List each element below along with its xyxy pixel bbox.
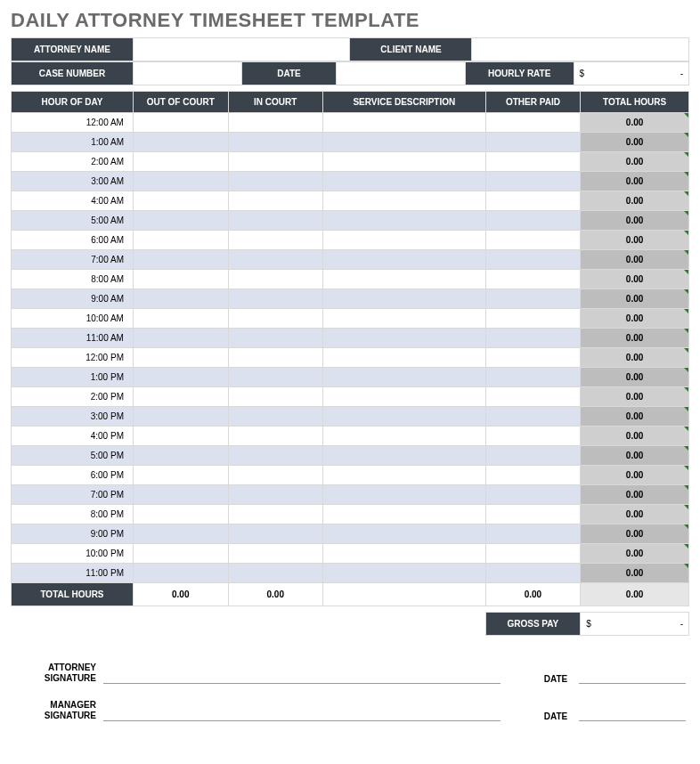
out-of-court-cell[interactable]: [133, 524, 228, 544]
service-description-cell[interactable]: [323, 211, 486, 231]
out-of-court-cell[interactable]: [133, 152, 228, 172]
out-of-court-cell[interactable]: [133, 466, 228, 485]
out-of-court-cell[interactable]: [133, 564, 228, 583]
out-of-court-cell[interactable]: [133, 172, 228, 191]
out-of-court-cell[interactable]: [133, 485, 228, 505]
other-paid-cell[interactable]: [485, 505, 581, 524]
out-of-court-cell[interactable]: [133, 427, 228, 446]
in-court-cell[interactable]: [228, 309, 323, 329]
service-description-cell[interactable]: [323, 446, 486, 466]
other-paid-cell[interactable]: [485, 191, 581, 211]
in-court-cell[interactable]: [228, 133, 323, 152]
other-paid-cell[interactable]: [485, 348, 581, 368]
service-description-cell[interactable]: [323, 250, 486, 270]
in-court-cell[interactable]: [228, 348, 323, 368]
manager-date-line[interactable]: [579, 705, 686, 721]
in-court-cell[interactable]: [228, 289, 323, 309]
service-description-cell[interactable]: [323, 152, 486, 172]
service-description-cell[interactable]: [323, 505, 486, 524]
other-paid-cell[interactable]: [485, 133, 581, 152]
service-description-cell[interactable]: [323, 113, 486, 133]
other-paid-cell[interactable]: [485, 152, 581, 172]
out-of-court-cell[interactable]: [133, 250, 228, 270]
in-court-cell[interactable]: [228, 407, 323, 427]
other-paid-cell[interactable]: [485, 309, 581, 329]
out-of-court-cell[interactable]: [133, 191, 228, 211]
in-court-cell[interactable]: [228, 505, 323, 524]
out-of-court-cell[interactable]: [133, 368, 228, 387]
service-description-cell[interactable]: [323, 485, 486, 505]
out-of-court-cell[interactable]: [133, 231, 228, 250]
out-of-court-cell[interactable]: [133, 348, 228, 368]
other-paid-cell[interactable]: [485, 231, 581, 250]
other-paid-cell[interactable]: [485, 211, 581, 231]
service-description-cell[interactable]: [323, 133, 486, 152]
service-description-cell[interactable]: [323, 524, 486, 544]
service-description-cell[interactable]: [323, 387, 486, 407]
in-court-cell[interactable]: [228, 172, 323, 191]
other-paid-cell[interactable]: [485, 407, 581, 427]
attorney-name-input[interactable]: [133, 38, 350, 61]
out-of-court-cell[interactable]: [133, 407, 228, 427]
case-number-input[interactable]: [133, 62, 241, 85]
out-of-court-cell[interactable]: [133, 329, 228, 348]
attorney-date-line[interactable]: [579, 668, 686, 684]
out-of-court-cell[interactable]: [133, 446, 228, 466]
in-court-cell[interactable]: [228, 191, 323, 211]
other-paid-cell[interactable]: [485, 446, 581, 466]
service-description-cell[interactable]: [323, 289, 486, 309]
in-court-cell[interactable]: [228, 427, 323, 446]
out-of-court-cell[interactable]: [133, 505, 228, 524]
out-of-court-cell[interactable]: [133, 289, 228, 309]
in-court-cell[interactable]: [228, 270, 323, 289]
service-description-cell[interactable]: [323, 544, 486, 564]
client-name-input[interactable]: [472, 38, 689, 61]
in-court-cell[interactable]: [228, 368, 323, 387]
other-paid-cell[interactable]: [485, 250, 581, 270]
service-description-cell[interactable]: [323, 407, 486, 427]
out-of-court-cell[interactable]: [133, 133, 228, 152]
in-court-cell[interactable]: [228, 564, 323, 583]
other-paid-cell[interactable]: [485, 270, 581, 289]
other-paid-cell[interactable]: [485, 427, 581, 446]
other-paid-cell[interactable]: [485, 113, 581, 133]
service-description-cell[interactable]: [323, 191, 486, 211]
service-description-cell[interactable]: [323, 564, 486, 583]
in-court-cell[interactable]: [228, 524, 323, 544]
out-of-court-cell[interactable]: [133, 309, 228, 329]
out-of-court-cell[interactable]: [133, 387, 228, 407]
in-court-cell[interactable]: [228, 485, 323, 505]
out-of-court-cell[interactable]: [133, 544, 228, 564]
other-paid-cell[interactable]: [485, 564, 581, 583]
service-description-cell[interactable]: [323, 427, 486, 446]
in-court-cell[interactable]: [228, 387, 323, 407]
other-paid-cell[interactable]: [485, 289, 581, 309]
other-paid-cell[interactable]: [485, 368, 581, 387]
out-of-court-cell[interactable]: [133, 270, 228, 289]
in-court-cell[interactable]: [228, 113, 323, 133]
service-description-cell[interactable]: [323, 466, 486, 485]
service-description-cell[interactable]: [323, 329, 486, 348]
in-court-cell[interactable]: [228, 250, 323, 270]
in-court-cell[interactable]: [228, 231, 323, 250]
hourly-rate-input[interactable]: $ -: [574, 62, 688, 85]
manager-signature-line[interactable]: [103, 705, 501, 721]
in-court-cell[interactable]: [228, 446, 323, 466]
other-paid-cell[interactable]: [485, 485, 581, 505]
out-of-court-cell[interactable]: [133, 211, 228, 231]
other-paid-cell[interactable]: [485, 387, 581, 407]
in-court-cell[interactable]: [228, 211, 323, 231]
other-paid-cell[interactable]: [485, 329, 581, 348]
service-description-cell[interactable]: [323, 270, 486, 289]
in-court-cell[interactable]: [228, 329, 323, 348]
service-description-cell[interactable]: [323, 231, 486, 250]
other-paid-cell[interactable]: [485, 466, 581, 485]
other-paid-cell[interactable]: [485, 172, 581, 191]
service-description-cell[interactable]: [323, 309, 486, 329]
other-paid-cell[interactable]: [485, 544, 581, 564]
service-description-cell[interactable]: [323, 172, 486, 191]
other-paid-cell[interactable]: [485, 524, 581, 544]
date-input[interactable]: [337, 62, 466, 85]
service-description-cell[interactable]: [323, 348, 486, 368]
in-court-cell[interactable]: [228, 152, 323, 172]
